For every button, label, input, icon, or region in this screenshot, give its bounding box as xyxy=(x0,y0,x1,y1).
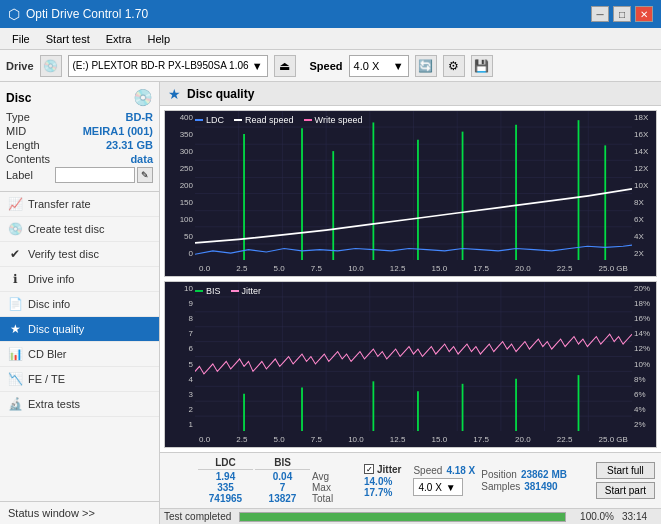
label-edit-button[interactable]: ✎ xyxy=(137,167,153,183)
disc-quality-header: ★ Disc quality xyxy=(160,82,661,106)
jitter-avg: 14.0% xyxy=(364,476,401,487)
nav-disc-quality[interactable]: ★ Disc quality xyxy=(0,317,159,342)
row-labels: Avg Max Total xyxy=(312,457,362,504)
refresh-icon[interactable]: 🔄 xyxy=(415,55,437,77)
drive-select[interactable]: (E:) PLEXTOR BD-R PX-LB950SA 1.06 ▼ xyxy=(68,55,268,77)
transfer-rate-icon: 📈 xyxy=(8,197,22,211)
nav-cd-bler[interactable]: 📊 CD Bler xyxy=(0,342,159,367)
nav-verify-test-disc[interactable]: ✔ Verify test disc xyxy=(0,242,159,267)
start-full-button[interactable]: Start full xyxy=(596,462,655,479)
bis-chart-area xyxy=(195,282,632,431)
menu-start-test[interactable]: Start test xyxy=(38,31,98,47)
ldc-chart-area xyxy=(195,111,632,260)
disc-quality-title: Disc quality xyxy=(187,87,254,101)
sidebar: Disc 💿 Type BD-R MID MEIRA1 (001) Length… xyxy=(0,82,160,524)
jitter-checkbox[interactable]: ✓ xyxy=(364,464,374,474)
position-key: Position xyxy=(481,469,517,480)
nav-disc-info[interactable]: 📄 Disc info xyxy=(0,292,159,317)
jitter-max: 17.7% xyxy=(364,487,401,498)
speed-label: Speed xyxy=(310,60,343,72)
status-window-label: Status window >> xyxy=(8,507,95,519)
samples-val: 381490 xyxy=(524,481,557,492)
disc-quality-header-icon: ★ xyxy=(168,86,181,102)
progress-bar-container: Test completed 100.0% 33:14 xyxy=(160,508,661,524)
disc-panel: Disc 💿 Type BD-R MID MEIRA1 (001) Length… xyxy=(0,82,159,192)
position-section: Position 23862 MB Samples 381490 xyxy=(481,469,567,492)
main-area: Disc 💿 Type BD-R MID MEIRA1 (001) Length… xyxy=(0,82,661,524)
ldc-color-swatch xyxy=(195,119,203,121)
write-speed-color-swatch xyxy=(304,119,312,121)
bis-chart: BIS Jitter 10987654321 20%18%16%14%12%10… xyxy=(164,281,657,448)
nav-cd-bler-label: CD Bler xyxy=(28,348,67,360)
settings-icon[interactable]: ⚙ xyxy=(443,55,465,77)
nav-drive-info[interactable]: ℹ Drive info xyxy=(0,267,159,292)
bis-legend-jitter: Jitter xyxy=(231,286,262,296)
nav-fe-te-label: FE / TE xyxy=(28,373,65,385)
speed-key: Speed xyxy=(413,465,442,476)
nav-items: 📈 Transfer rate 💿 Create test disc ✔ Ver… xyxy=(0,192,159,501)
speed-select-row: 4.0 X ▼ xyxy=(413,478,475,496)
save-icon[interactable]: 💾 xyxy=(471,55,493,77)
close-button[interactable]: ✕ xyxy=(635,6,653,22)
speed-dropdown[interactable]: 4.0 X ▼ xyxy=(413,478,463,496)
bis-x-axis: 0.02.55.07.510.012.515.017.520.022.525.0… xyxy=(195,431,632,447)
bis-y-axis-right: 20%18%16%14%12%10%8%6%4%2% xyxy=(632,282,656,431)
ldc-avg: 1.94 xyxy=(216,471,235,482)
nav-create-test-disc[interactable]: 💿 Create test disc xyxy=(0,217,159,242)
ldc-y-axis-left: 400350300250200150100500 xyxy=(165,111,195,260)
nav-extra-tests-label: Extra tests xyxy=(28,398,80,410)
nav-transfer-rate[interactable]: 📈 Transfer rate xyxy=(0,192,159,217)
title-bar: ⬡ Opti Drive Control 1.70 ─ □ ✕ xyxy=(0,0,661,28)
status-text: Test completed xyxy=(164,511,231,522)
bis-max: 7 xyxy=(280,482,286,493)
bis-header: BIS xyxy=(255,457,310,470)
start-part-button[interactable]: Start part xyxy=(596,482,655,499)
disc-mid-val: MEIRA1 (001) xyxy=(83,125,153,137)
status-window-item[interactable]: Status window >> xyxy=(0,501,159,524)
stats-header: LDC 1.94 335 741965 BIS 0.04 7 13827 Avg… xyxy=(166,457,655,504)
speed-current-val: 4.18 X xyxy=(446,465,475,476)
speed-section: Speed 4.18 X 4.0 X ▼ xyxy=(413,465,475,496)
avg-label: Avg xyxy=(312,471,362,482)
disc-type-val: BD-R xyxy=(126,111,154,123)
nav-fe-te[interactable]: 📉 FE / TE xyxy=(0,367,159,392)
start-buttons: Start full Start part xyxy=(596,462,655,499)
disc-length-val: 23.31 GB xyxy=(106,139,153,151)
menu-bar: File Start test Extra Help xyxy=(0,28,661,50)
ldc-legend-write-speed: Write speed xyxy=(304,115,363,125)
disc-mid-key: MID xyxy=(6,125,26,137)
read-speed-color-swatch xyxy=(234,119,242,121)
disc-label-input[interactable] xyxy=(55,167,135,183)
menu-help[interactable]: Help xyxy=(139,31,178,47)
menu-file[interactable]: File xyxy=(4,31,38,47)
nav-disc-quality-label: Disc quality xyxy=(28,323,84,335)
ldc-max: 335 xyxy=(217,482,234,493)
maximize-button[interactable]: □ xyxy=(613,6,631,22)
eject-icon[interactable]: ⏏ xyxy=(274,55,296,77)
create-disc-icon: 💿 xyxy=(8,222,22,236)
app-icon: ⬡ xyxy=(8,6,20,22)
menu-extra[interactable]: Extra xyxy=(98,31,140,47)
jitter-section: ✓ Jitter 14.0% 17.7% xyxy=(364,464,401,498)
progress-percent: 100.0% xyxy=(574,511,614,522)
disc-info-icon: 📄 xyxy=(8,297,22,311)
nav-extra-tests[interactable]: 🔬 Extra tests xyxy=(0,392,159,417)
position-row: Position 23862 MB xyxy=(481,469,567,480)
bis-legend-bis: BIS xyxy=(195,286,221,296)
progress-bar-fill xyxy=(240,513,565,521)
app-title: Opti Drive Control 1.70 xyxy=(26,7,148,21)
ldc-legend-ldc: LDC xyxy=(195,115,224,125)
speed-select[interactable]: 4.0 X ▼ xyxy=(349,55,409,77)
bis-legend: BIS Jitter xyxy=(195,286,261,296)
extra-tests-icon: 🔬 xyxy=(8,397,22,411)
minimize-button[interactable]: ─ xyxy=(591,6,609,22)
drive-label: Drive xyxy=(6,60,34,72)
bis-stat-group: BIS 0.04 7 13827 xyxy=(255,457,310,504)
ldc-legend-read-speed: Read speed xyxy=(234,115,294,125)
disc-label-key: Label xyxy=(6,169,33,181)
bis-color-swatch xyxy=(195,290,203,292)
ldc-chart: LDC Read speed Write speed 4003503002502… xyxy=(164,110,657,277)
disc-section-title: Disc xyxy=(6,91,31,105)
nav-verify-test-disc-label: Verify test disc xyxy=(28,248,99,260)
verify-disc-icon: ✔ xyxy=(8,247,22,261)
